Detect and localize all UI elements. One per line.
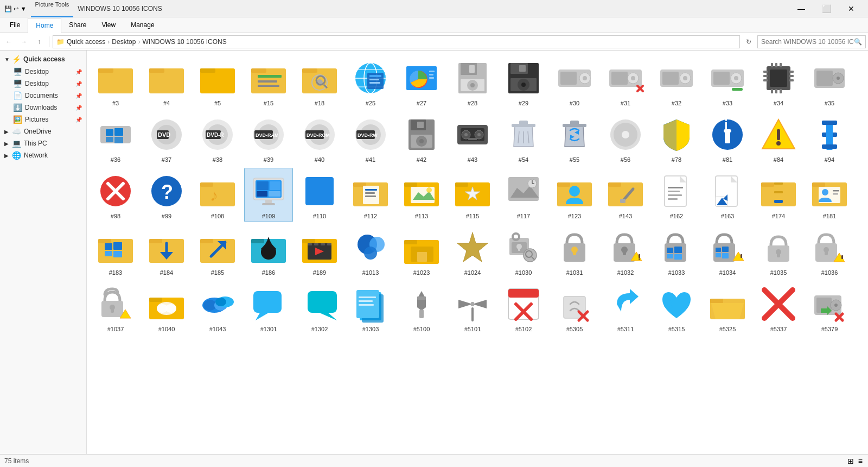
icon-item-5379[interactable]: #5379 — [805, 281, 854, 335]
icon-item-5311[interactable]: #5311 — [601, 281, 650, 335]
icon-item-28[interactable]: #28 — [448, 55, 497, 109]
icon-item-185[interactable]: #185 — [193, 224, 242, 279]
tab-view[interactable]: View — [94, 17, 123, 33]
icon-item-183[interactable]: #183 — [91, 224, 140, 279]
minimize-button[interactable]: — — [789, 0, 814, 17]
icon-item-143[interactable]: #143 — [601, 168, 650, 222]
icon-item-5315[interactable]: #5315 — [652, 281, 701, 335]
sidebar-quickaccess-header[interactable]: ▼ ⚡ Quick access — [0, 53, 86, 66]
sidebar-item-network[interactable]: ▶ 🌐 Network — [0, 149, 86, 161]
icon-item-33[interactable]: #33 — [703, 55, 752, 109]
icon-item-55[interactable]: #55 — [550, 111, 599, 166]
icon-item-30[interactable]: #30 — [550, 55, 599, 109]
sidebar-item-pictures[interactable]: 🖼️ Pictures 📌 — [0, 113, 86, 125]
icon-item-1035[interactable]: #1035 — [754, 224, 803, 279]
icon-item-84[interactable]: #84 — [754, 111, 803, 166]
icon-item-4[interactable]: #4 — [142, 55, 191, 109]
icon-item-1031[interactable]: #1031 — [550, 224, 599, 279]
icon-item-81[interactable]: i i #81 — [703, 111, 752, 166]
icon-item-43[interactable]: #43 — [448, 111, 497, 166]
icon-item-123[interactable]: #123 — [550, 168, 599, 222]
view-list-button[interactable]: ≡ — [857, 456, 864, 466]
sidebar-item-desktop1[interactable]: 🖥️ Desktop 📌 — [0, 66, 86, 78]
icon-item-186[interactable]: #186 — [244, 224, 293, 279]
icon-item-25[interactable]: #25 — [346, 55, 395, 109]
sidebar-item-thispc[interactable]: ▶ 💻 This PC — [0, 137, 86, 149]
save-button[interactable]: 💾 — [4, 5, 12, 12]
icon-item-5100[interactable]: #5100 — [397, 281, 446, 335]
icon-item-109[interactable]: #109 — [244, 168, 293, 222]
icon-item-40[interactable]: DVD-ROM #40 — [295, 111, 344, 166]
icon-item-181[interactable]: #181 — [805, 168, 854, 222]
breadcrumb[interactable]: 📁 Quick access › Desktop › WINDOWS 10 10… — [53, 35, 740, 48]
breadcrumb-part3[interactable]: WINDOWS 10 10056 ICONS — [142, 38, 226, 46]
icon-item-37[interactable]: DVD #37 — [142, 111, 191, 166]
search-input[interactable] — [761, 38, 854, 46]
tab-share[interactable]: Share — [61, 17, 94, 33]
icon-item-5101[interactable]: #5101 — [448, 281, 497, 335]
tab-manage[interactable]: Manage — [123, 17, 162, 33]
icon-item-113[interactable]: #113 — [397, 168, 446, 222]
customize-button[interactable]: ▼ — [21, 5, 27, 12]
icon-item-115[interactable]: #115 — [448, 168, 497, 222]
icon-item-38[interactable]: DVD-R #38 — [193, 111, 242, 166]
icon-item-98[interactable]: #98 — [91, 168, 140, 222]
maximize-button[interactable]: ⬜ — [814, 0, 839, 17]
icon-item-184[interactable]: #184 — [142, 224, 191, 279]
icon-item-18[interactable]: #18 — [295, 55, 344, 109]
search-box[interactable]: 🔍 — [757, 35, 866, 48]
close-button[interactable]: ✕ — [839, 0, 864, 17]
icon-item-42[interactable]: #42 — [397, 111, 446, 166]
forward-button[interactable]: → — [17, 35, 30, 48]
icon-item-78[interactable]: #78 — [652, 111, 701, 166]
up-button[interactable]: ↑ — [33, 35, 46, 48]
view-details-button[interactable]: ⊞ — [846, 456, 855, 466]
icon-item-5337[interactable]: #5337 — [754, 281, 803, 335]
icon-item-1303[interactable]: #1303 — [346, 281, 395, 335]
icon-item-163[interactable]: #163 — [703, 168, 752, 222]
icon-item-1301[interactable]: #1301 — [244, 281, 293, 335]
icon-item-41[interactable]: DVD-RW #41 — [346, 111, 395, 166]
tab-home[interactable]: Home — [28, 18, 61, 33]
icon-item-162[interactable]: #162 — [652, 168, 701, 222]
icon-item-29[interactable]: #29 — [499, 55, 548, 109]
icon-item-15[interactable]: #15 — [244, 55, 293, 109]
icon-item-1030[interactable]: #1030 — [499, 224, 548, 279]
icon-item-117[interactable]: #117 — [499, 168, 548, 222]
sidebar-item-desktop2[interactable]: 🖥️ Desktop 📌 — [0, 78, 86, 90]
icon-item-1302[interactable]: #1302 — [295, 281, 344, 335]
icon-item-1024[interactable]: #1024 — [448, 224, 497, 279]
icon-item-1033[interactable]: #1033 — [652, 224, 701, 279]
icon-item-1023[interactable]: #1023 — [397, 224, 446, 279]
icon-item-1040[interactable]: #1040 — [142, 281, 191, 335]
icon-item-110[interactable]: #110 — [295, 168, 344, 222]
icon-item-174[interactable]: #174 — [754, 168, 803, 222]
icon-item-1036[interactable]: #1036 — [805, 224, 854, 279]
icon-item-1043[interactable]: #1043 — [193, 281, 242, 335]
icon-item-5[interactable]: #5 — [193, 55, 242, 109]
icon-item-5325[interactable]: #5325 — [703, 281, 752, 335]
breadcrumb-part2[interactable]: Desktop — [112, 38, 136, 46]
icon-item-99[interactable]: ? #99 — [142, 168, 191, 222]
undo-button[interactable]: ↩ — [14, 5, 18, 12]
icon-item-5102[interactable]: #5102 — [499, 281, 548, 335]
icon-item-39[interactable]: DVD-RAM #39 — [244, 111, 293, 166]
sidebar-item-downloads[interactable]: ⬇️ Downloads 📌 — [0, 102, 86, 113]
icon-item-34[interactable]: #34 — [754, 55, 803, 109]
icon-item-36[interactable]: #36 — [91, 111, 140, 166]
icon-item-56[interactable]: #56 — [601, 111, 650, 166]
icon-item-32[interactable]: #32 — [652, 55, 701, 109]
icon-item-112[interactable]: #112 — [346, 168, 395, 222]
icon-item-1013[interactable]: #1013 — [346, 224, 395, 279]
icon-item-3[interactable]: #3 — [91, 55, 140, 109]
back-button[interactable]: ← — [2, 35, 15, 48]
icon-item-189[interactable]: #189 — [295, 224, 344, 279]
breadcrumb-part1[interactable]: Quick access — [67, 38, 105, 46]
icon-item-5305[interactable]: #5305 — [550, 281, 599, 335]
icon-item-1034[interactable]: #1034 — [703, 224, 752, 279]
icon-item-108[interactable]: ♪ #108 — [193, 168, 242, 222]
refresh-button[interactable]: ↻ — [742, 35, 755, 48]
icon-item-54[interactable]: #54 — [499, 111, 548, 166]
icon-item-1037[interactable]: #1037 — [91, 281, 140, 335]
tab-file[interactable]: File — [2, 17, 28, 33]
